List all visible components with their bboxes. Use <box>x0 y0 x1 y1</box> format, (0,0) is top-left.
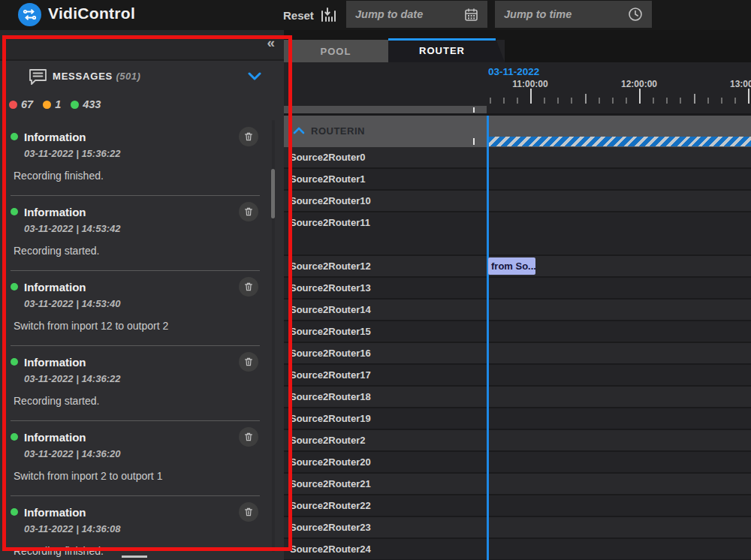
app-logo <box>18 3 41 26</box>
router-rows: Source2Router0Source2Router1Source2Route… <box>284 147 751 560</box>
delete-message-button[interactable] <box>239 427 258 447</box>
row-label: Source2Router0 <box>284 147 751 167</box>
error-dot-icon <box>9 101 17 109</box>
router-row[interactable]: Source2Router18 <box>284 387 751 408</box>
message-severity: Information <box>24 356 239 369</box>
panel-resize-handle[interactable] <box>122 555 147 558</box>
active-tab-indicator <box>388 38 496 41</box>
router-row[interactable]: Source2Router20 <box>284 452 751 474</box>
message-body: Recording started. <box>14 245 260 257</box>
message-timestamp: 03-11-2022 | 14:53:40 <box>24 298 260 309</box>
clock-icon[interactable] <box>628 7 643 22</box>
router-row[interactable]: Source2Router15 <box>284 321 751 343</box>
ruler-tick <box>694 94 695 104</box>
router-row[interactable]: Source2Router2 <box>284 430 751 452</box>
message-item: Information03-11-2022 | 14:53:42Recordin… <box>11 196 260 271</box>
info-count: 433 <box>83 98 101 110</box>
message-body: Switch from inport 2 to outport 1 <box>14 470 260 482</box>
message-body: Recording finished. <box>14 170 260 182</box>
tab-router-label: ROUTER <box>388 45 496 56</box>
message-head: Information <box>11 128 260 146</box>
router-row[interactable]: Source2Router10 <box>284 191 751 212</box>
message-timestamp: 03-11-2022 | 14:36:08 <box>24 523 260 534</box>
chevron-down-icon[interactable] <box>248 72 261 81</box>
severity-counts: 671433 <box>9 98 101 110</box>
message-head: Information <box>11 428 260 446</box>
router-row[interactable]: Source2Router12from So... <box>284 256 751 278</box>
jump-to-time-input[interactable]: Jump to time <box>495 1 652 28</box>
row-label: Source2Router2 <box>284 430 751 450</box>
delete-message-button[interactable] <box>239 202 258 221</box>
hour-label: 11:00:00 <box>496 79 564 89</box>
message-item: Information03-11-2022 | 15:36:22Recordin… <box>11 121 260 196</box>
trash-icon <box>243 507 254 517</box>
reset-button[interactable]: Reset <box>283 0 337 30</box>
recording-hatched-bar[interactable] <box>489 137 751 146</box>
messages-panel: « MESSAGES (501) 671433 Information03-11… <box>0 30 284 560</box>
router-row[interactable]: Source2Router17 <box>284 365 751 387</box>
chevron-up-icon[interactable] <box>293 126 305 134</box>
message-severity: Information <box>24 506 239 519</box>
tab-router[interactable]: ROUTER <box>388 38 505 62</box>
collapse-panel-icon[interactable]: « <box>267 35 275 51</box>
message-timestamp: 03-11-2022 | 14:53:42 <box>24 223 260 234</box>
row-label: Source2Router19 <box>284 408 751 429</box>
ruler-tick <box>666 98 668 104</box>
top-bar: VidiControl Reset Jump to date <box>0 0 751 30</box>
jump-to-date-input[interactable]: Jump to date <box>346 1 487 28</box>
message-item: Information03-11-2022 | 14:53:40Switch f… <box>11 271 260 346</box>
delete-message-button[interactable] <box>239 502 258 522</box>
router-row[interactable]: Source2Router16 <box>284 343 751 365</box>
ruler-tick <box>639 89 641 104</box>
playhead-line[interactable] <box>487 116 489 560</box>
ruler-tick <box>544 98 545 104</box>
row-label: Source2Router14 <box>284 300 751 320</box>
timeline-clip[interactable]: from So... <box>488 257 535 275</box>
message-head: Information <box>11 503 260 521</box>
delete-message-button[interactable] <box>239 277 258 297</box>
ruler-tick <box>503 98 505 104</box>
row-label: Source2Router18 <box>284 387 751 407</box>
delete-message-button[interactable] <box>239 127 258 146</box>
message-head: Information <box>11 278 260 296</box>
messages-header[interactable]: MESSAGES (501) <box>0 61 284 91</box>
route-icon <box>23 8 37 22</box>
row-label: Source2Router15 <box>284 321 751 342</box>
jump-to-date-placeholder: Jump to date <box>355 8 423 20</box>
router-row[interactable]: Source2Router14 <box>284 300 751 321</box>
tab-pool[interactable]: POOL <box>284 40 388 62</box>
calendar-icon[interactable] <box>464 8 478 22</box>
trash-icon <box>243 357 254 367</box>
router-row[interactable]: Source2Router19 <box>284 408 751 430</box>
info-dot-icon <box>11 433 18 441</box>
row-label: Source2Router16 <box>284 343 751 363</box>
delete-message-button[interactable] <box>239 352 258 372</box>
router-row[interactable]: Source2Router11 <box>284 212 751 256</box>
info-dot-icon <box>11 358 18 366</box>
ruler-tick <box>626 98 627 104</box>
group-label: ROUTERIN <box>311 125 365 137</box>
ruler-tick <box>585 94 587 104</box>
router-row[interactable]: Source2Router21 <box>284 474 751 495</box>
router-row[interactable]: Source2Router13 <box>284 278 751 300</box>
trash-icon <box>243 206 254 217</box>
messages-scrollbar-thumb[interactable] <box>271 169 275 218</box>
router-row[interactable]: Source2Router22 <box>284 495 751 517</box>
router-timeline-area: POOL ROUTER 03-11-2022 11:00:0012:00:001… <box>284 30 751 560</box>
row-label: Source2Router1 <box>284 169 751 189</box>
router-row[interactable]: Source2Router24 <box>284 539 751 560</box>
message-severity: Information <box>24 281 239 294</box>
router-row[interactable]: Source2Router23 <box>284 517 751 539</box>
trash-icon <box>243 282 254 292</box>
row-label: Source2Router20 <box>284 452 751 472</box>
app-title: VidiControl <box>48 5 135 23</box>
info-dot-icon <box>11 283 18 291</box>
jump-to-time-placeholder: Jump to time <box>504 8 572 20</box>
row-label: Source2Router10 <box>284 191 751 211</box>
ruler-tick <box>557 98 559 104</box>
main-top-band <box>284 30 751 40</box>
router-row[interactable]: Source2Router0 <box>284 147 751 169</box>
ruler-tick <box>612 98 614 104</box>
router-row[interactable]: Source2Router1 <box>284 169 751 191</box>
tab-pool-label: POOL <box>321 46 351 57</box>
